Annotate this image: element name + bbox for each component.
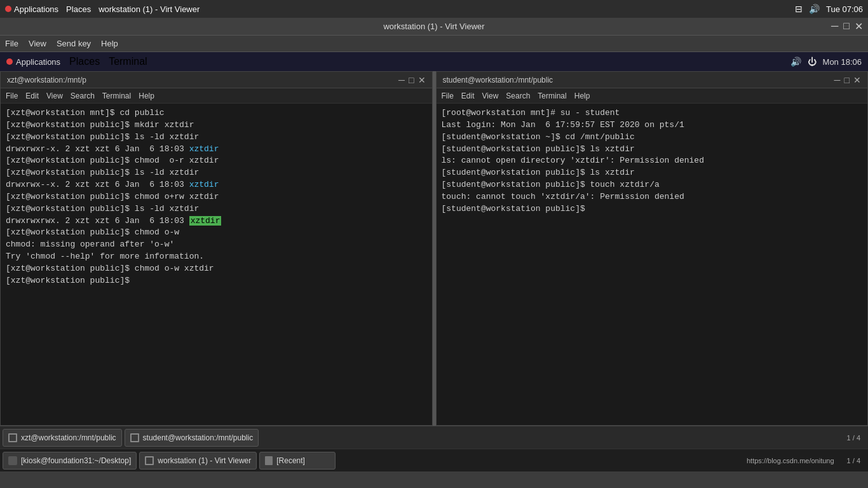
virt-icon	[145, 456, 154, 465]
list-item: chmod: missing operand after 'o-w'	[6, 239, 427, 251]
terminal-left-minimize[interactable]: ─	[398, 75, 405, 85]
guest-places-label[interactable]: Places	[69, 56, 100, 67]
terminal-left-menubar: File Edit View Search Terminal Help	[1, 88, 432, 104]
list-item: [student@workstation public]$ ls xztdir	[442, 144, 863, 156]
terminal-left-titlebar: xzt@workstation:/mnt/p ─ □ ✕	[1, 72, 432, 88]
list-item: [xzt@workstation mnt]$ cd public	[6, 107, 427, 119]
taskbar-label-student: student@workstation:/mnt/public	[143, 433, 254, 442]
term-left-edit[interactable]: Edit	[25, 92, 39, 100]
list-item: [xzt@workstation public]$ chmod o-w	[6, 227, 427, 239]
applications-label[interactable]: Applications	[14, 4, 58, 14]
menu-help[interactable]: Help	[101, 39, 118, 48]
list-item: [xzt@workstation public]$	[6, 275, 427, 287]
page-indicator-1: 1 / 4	[842, 434, 865, 442]
virt-viewer-titlebar: workstation (1) - Virt Viewer ─ □ ✕	[0, 18, 868, 36]
terminal-right-minimize[interactable]: ─	[834, 75, 841, 85]
list-item: [student@workstation ~]$ cd /mnt/public	[442, 132, 863, 144]
system-time: Tue 07:06	[826, 4, 863, 14]
taskbar-item-virt[interactable]: workstation (1) - Virt Viewer	[139, 452, 257, 470]
taskbar-row2: [kiosk@foundation31:~/Desktop] workstati…	[0, 449, 868, 471]
terminal-left-close[interactable]: ✕	[418, 75, 426, 85]
guest-topbar: Applications Places Terminal 🔊 ⏻ Mon 18:…	[0, 52, 868, 71]
dir-name-3: xztdir	[189, 216, 222, 226]
terminal-left-title: xzt@workstation:/mnt/p	[7, 76, 86, 85]
terminal-right-menubar: File Edit View Search Terminal Help	[437, 88, 868, 104]
list-item: [xzt@workstation public]$ chmod o-r xztd…	[6, 155, 427, 167]
network-icon: ⊟	[795, 4, 803, 14]
window-title-bar: workstation (1) - Virt Viewer	[98, 4, 200, 14]
list-item: [xzt@workstation public]$ ls -ld xztdir	[6, 203, 427, 215]
taskbar-label-recent: [Recent]	[276, 456, 305, 465]
terminal-left-maximize[interactable]: □	[409, 75, 414, 85]
terminal-right: student@workstation:/mnt/public ─ □ ✕ Fi…	[436, 71, 869, 426]
restore-button[interactable]: □	[843, 20, 850, 32]
taskbar-item-xzt[interactable]: xzt@workstation:/mnt/public	[3, 429, 122, 447]
places-label[interactable]: Places	[66, 4, 91, 14]
url-bar: https://blog.csdn.me/onitung	[742, 457, 839, 464]
term-right-help[interactable]: Help	[574, 92, 590, 100]
term-left-view[interactable]: View	[46, 92, 63, 100]
virt-viewer-menubar: File View Send key Help	[0, 36, 868, 52]
guest-applications-label[interactable]: Applications	[16, 57, 60, 67]
list-item: Try 'chmod --help' for more information.	[6, 251, 427, 263]
terminal-left-content[interactable]: [xzt@workstation mnt]$ cd public [xzt@wo…	[1, 104, 432, 425]
taskbar-item-kiosk[interactable]: [kiosk@foundation31:~/Desktop]	[3, 452, 137, 470]
terminal-icon-2	[130, 433, 139, 442]
list-item: [student@workstation public]$ touch xztd…	[442, 179, 863, 191]
page-indicator-2: 1 / 4	[842, 457, 865, 464]
term-left-terminal[interactable]: Terminal	[102, 92, 131, 100]
guest-audio-icon[interactable]: 🔊	[790, 57, 801, 67]
list-item: [student@workstation public]$ ls xztdir	[442, 167, 863, 179]
term-left-search[interactable]: Search	[71, 92, 95, 100]
terminal-right-close[interactable]: ✕	[853, 75, 861, 85]
applications-icon	[5, 6, 11, 12]
desktop-icon	[8, 456, 17, 465]
terminal-icon-1	[8, 433, 17, 442]
terminal-right-titlebar: student@workstation:/mnt/public ─ □ ✕	[437, 72, 868, 88]
guest-power-icon[interactable]: ⏻	[808, 57, 817, 67]
virt-viewer-title: workstation (1) - Virt Viewer	[383, 22, 484, 31]
taskbar-item-student[interactable]: student@workstation:/mnt/public	[125, 429, 259, 447]
guest-app-icon	[6, 58, 13, 65]
taskbar-label-virt: workstation (1) - Virt Viewer	[158, 456, 251, 465]
list-item: [xzt@workstation public]$ chmod o-w xztd…	[6, 263, 427, 275]
terminal-right-maximize[interactable]: □	[844, 75, 850, 85]
term-right-edit[interactable]: Edit	[461, 92, 475, 100]
taskbar-label-xzt: xzt@workstation:/mnt/public	[21, 433, 116, 442]
list-item: [xzt@workstation public]$ chmod o+rw xzt…	[6, 191, 427, 203]
file-icon	[265, 456, 273, 465]
terminal-right-title: student@workstation:/mnt/public	[443, 76, 553, 85]
guest-applications-menu[interactable]: Applications	[6, 57, 60, 67]
list-item: [student@workstation public]$	[442, 203, 863, 215]
menu-file[interactable]: File	[5, 39, 18, 48]
list-item: touch: cannot touch 'xztdir/a': Permissi…	[442, 191, 863, 203]
list-item: drwxrwxr-x. 2 xzt xzt 6 Jan 6 18:03 xztd…	[6, 144, 427, 156]
terminal-right-content[interactable]: [root@workstation mnt]# su - student Las…	[437, 104, 868, 425]
term-right-search[interactable]: Search	[506, 92, 530, 100]
list-item: drwxrwx--x. 2 xzt xzt 6 Jan 6 18:03 xztd…	[6, 179, 427, 191]
close-button[interactable]: ✕	[855, 20, 863, 32]
menu-view[interactable]: View	[29, 39, 46, 48]
guest-terminal-label[interactable]: Terminal	[109, 56, 147, 67]
menu-send-key[interactable]: Send key	[57, 39, 91, 48]
list-item: drwxrwxrwx. 2 xzt xzt 6 Jan 6 18:03 xztd…	[6, 215, 427, 227]
terminals-area: xzt@workstation:/mnt/p ─ □ ✕ File Edit V…	[0, 71, 868, 426]
term-left-help[interactable]: Help	[139, 92, 154, 100]
list-item: [xzt@workstation public]$ ls -ld xztdir	[6, 167, 427, 179]
system-bar: Applications Places workstation (1) - Vi…	[0, 0, 868, 18]
terminal-left: xzt@workstation:/mnt/p ─ □ ✕ File Edit V…	[0, 71, 433, 426]
list-item: ls: cannot open directory 'xztdir': Perm…	[442, 155, 863, 167]
minimize-button[interactable]: ─	[831, 20, 838, 32]
term-left-file[interactable]: File	[6, 92, 18, 100]
term-right-file[interactable]: File	[442, 92, 454, 100]
dir-name-1: xztdir	[189, 144, 219, 154]
dir-name-2: xztdir	[189, 180, 219, 189]
guest-time: Mon 18:06	[823, 57, 862, 67]
system-applications-menu[interactable]: Applications	[5, 4, 58, 14]
taskbar-item-recent[interactable]: [Recent]	[259, 452, 336, 470]
audio-icon[interactable]: 🔊	[809, 4, 820, 14]
term-right-view[interactable]: View	[482, 92, 499, 100]
list-item: Last login: Mon Jan 6 17:59:57 EST 2020 …	[442, 119, 863, 132]
term-right-terminal[interactable]: Terminal	[538, 92, 566, 100]
taskbar-label-kiosk: [kiosk@foundation31:~/Desktop]	[21, 456, 131, 465]
